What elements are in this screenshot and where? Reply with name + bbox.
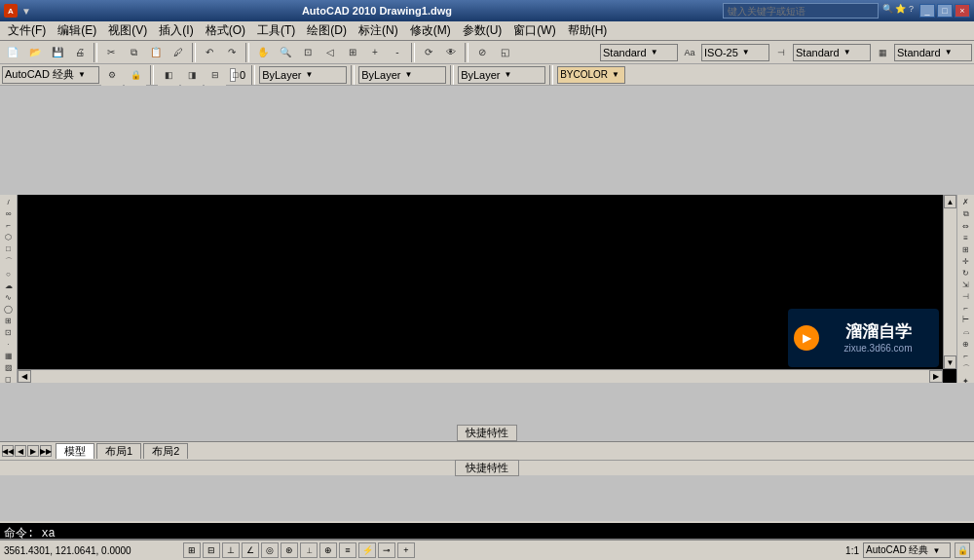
explode-tool[interactable]: ✦	[958, 376, 974, 383]
new-button[interactable]: 📄	[2, 42, 23, 63]
search-input[interactable]	[723, 3, 879, 19]
scroll-track-v[interactable]	[944, 208, 956, 355]
break-tool[interactable]: ⌓	[958, 326, 974, 338]
title-app-menu[interactable]: ▼	[21, 6, 31, 17]
join-tool[interactable]: ⊕	[958, 339, 974, 350]
qp-button[interactable]: ⚡	[358, 542, 376, 558]
xline-tool[interactable]: ∞	[1, 208, 17, 219]
tab-layout2[interactable]: 布局2	[143, 443, 188, 459]
scale-tool[interactable]: ⇲	[958, 280, 974, 290]
quick-prop-button[interactable]: 快捷特性	[457, 425, 517, 441]
rotate-tool[interactable]: ↻	[958, 268, 974, 279]
menu-item-f[interactable]: 文件(F)	[2, 21, 52, 40]
view-button[interactable]: 👁	[440, 42, 462, 63]
line-tool[interactable]: /	[1, 197, 17, 207]
arc-tool[interactable]: ⌒	[1, 255, 17, 268]
layer-icon[interactable]: ◧	[158, 64, 179, 86]
tab-model[interactable]: 模型	[56, 443, 94, 459]
open-button[interactable]: 📂	[24, 42, 46, 63]
lineweight-dropdown[interactable]: BYCOLOR ▼	[557, 66, 625, 84]
layer-dropdown[interactable]: ByLayer ▼	[259, 66, 347, 84]
zoom-realtime-button[interactable]: 🔍	[275, 42, 296, 63]
am-button[interactable]: +	[397, 542, 415, 558]
menu-item-w[interactable]: 窗口(W)	[507, 21, 561, 40]
sc-button[interactable]: ⊸	[378, 542, 395, 558]
extend-tool[interactable]: ⊢	[958, 315, 974, 325]
menu-item-t[interactable]: 工具(T)	[251, 21, 301, 40]
tab-last-button[interactable]: ▶▶	[40, 445, 52, 457]
vertical-scrollbar[interactable]: ▲ ▼	[943, 195, 956, 369]
3d-orbit-button[interactable]: ⟳	[418, 42, 439, 63]
zoom-prev-button[interactable]: ◁	[319, 42, 341, 63]
save-button[interactable]: 💾	[47, 42, 68, 63]
ducs-button[interactable]: ⟂	[300, 542, 318, 558]
dim-style-dropdown[interactable]: ISO-25 ▼	[701, 44, 769, 61]
ellipse-tool[interactable]: ◯	[1, 304, 17, 315]
plot-button[interactable]: 🖨	[69, 42, 91, 63]
horizontal-scrollbar[interactable]: ◀ ▶	[18, 369, 943, 383]
zoom-out-button[interactable]: -	[387, 42, 408, 63]
menu-item-h[interactable]: 帮助(H)	[562, 21, 614, 40]
color-dropdown[interactable]: ByLayer ▼	[358, 66, 446, 84]
linetype-dropdown[interactable]: ByLayer ▼	[458, 66, 545, 84]
mirror-tool[interactable]: ⇔	[958, 221, 974, 232]
offset-tool[interactable]: ≡	[958, 233, 974, 243]
menu-item-n[interactable]: 标注(N)	[353, 21, 404, 40]
scroll-up-button[interactable]: ▲	[944, 195, 956, 208]
tab-first-button[interactable]: ◀◀	[2, 445, 14, 457]
minimize-button[interactable]: _	[919, 4, 935, 18]
text-style-dropdown[interactable]: Standard ▼	[600, 44, 678, 61]
menu-item-d[interactable]: 绘图(D)	[301, 21, 353, 40]
scroll-left-button[interactable]: ◀	[18, 370, 31, 383]
close-button[interactable]: ×	[955, 4, 970, 18]
undo-button[interactable]: ↶	[199, 42, 220, 63]
layer-button[interactable]: ◱	[494, 42, 515, 63]
layer-iso-icon[interactable]: ⊟	[205, 64, 226, 86]
quick-prop-btn[interactable]: 快捷特性	[455, 460, 519, 476]
zoom-window-button[interactable]: ⊡	[297, 42, 318, 63]
menu-item-o[interactable]: 格式(O)	[200, 21, 251, 40]
erase-tool[interactable]: ✗	[958, 197, 974, 207]
scroll-track-h[interactable]	[31, 370, 929, 383]
point-tool[interactable]: ·	[1, 339, 17, 350]
redo-button[interactable]: ↷	[221, 42, 243, 63]
scroll-right-button[interactable]: ▶	[929, 370, 943, 383]
zoom-extent-button[interactable]: ⊞	[342, 42, 363, 63]
fillet-tool[interactable]: ⌒	[958, 362, 974, 375]
trim-tool[interactable]: ⌐	[958, 303, 974, 314]
menu-item-e[interactable]: 编辑(E)	[52, 21, 102, 40]
spline-tool[interactable]: ∿	[1, 292, 17, 303]
stretch-tool[interactable]: ⊣	[958, 291, 974, 302]
array-tool[interactable]: ⊞	[958, 244, 974, 255]
copy-obj-tool[interactable]: ⧉	[958, 208, 974, 220]
workspace-settings[interactable]: ⚙	[101, 64, 123, 86]
menu-item-i[interactable]: 插入(I)	[153, 21, 199, 40]
matchprop-button[interactable]: 🖊	[168, 42, 189, 63]
zoom-in-button[interactable]: +	[364, 42, 386, 63]
grid-button[interactable]: ⊟	[203, 542, 220, 558]
restore-button[interactable]: □	[937, 4, 953, 18]
menu-item-m[interactable]: 修改(M)	[404, 21, 457, 40]
workspace-dropdown[interactable]: AutoCAD 经典 ▼	[2, 66, 99, 84]
ortho-button[interactable]: ⊥	[222, 542, 240, 558]
scroll-down-button[interactable]: ▼	[944, 355, 956, 369]
drawing-canvas[interactable]: Y X ▲ ▼ ◀ ▶ ▶ 溜溜自学 zixue.3d66.com	[18, 195, 956, 383]
region-tool[interactable]: ◻	[1, 374, 17, 383]
hatch-tool[interactable]: ▦	[1, 351, 17, 361]
polyline-tool[interactable]: ⌐	[1, 220, 17, 231]
menu-item-u[interactable]: 参数(U)	[457, 21, 508, 40]
copy-button[interactable]: ⧉	[123, 42, 144, 63]
table-style-dropdown[interactable]: Standard ▼	[793, 44, 871, 61]
layer-prev-button[interactable]: ⊘	[471, 42, 493, 63]
makeblock-tool[interactable]: ⊡	[1, 327, 17, 338]
gradient-tool[interactable]: ▨	[1, 362, 17, 373]
revision-tool[interactable]: ☁	[1, 280, 17, 291]
layer-off-icon[interactable]: ◨	[181, 64, 203, 86]
insert-tool[interactable]: ⊞	[1, 316, 17, 326]
multileader-style-dropdown[interactable]: Standard ▼	[894, 44, 972, 61]
cut-button[interactable]: ✂	[100, 42, 122, 63]
toolbar-lock-button[interactable]: 🔒	[955, 542, 970, 558]
pan-button[interactable]: ✋	[252, 42, 274, 63]
chamfer-tool[interactable]: ⌐	[958, 351, 974, 361]
tab-prev-button[interactable]: ◀	[15, 445, 26, 457]
